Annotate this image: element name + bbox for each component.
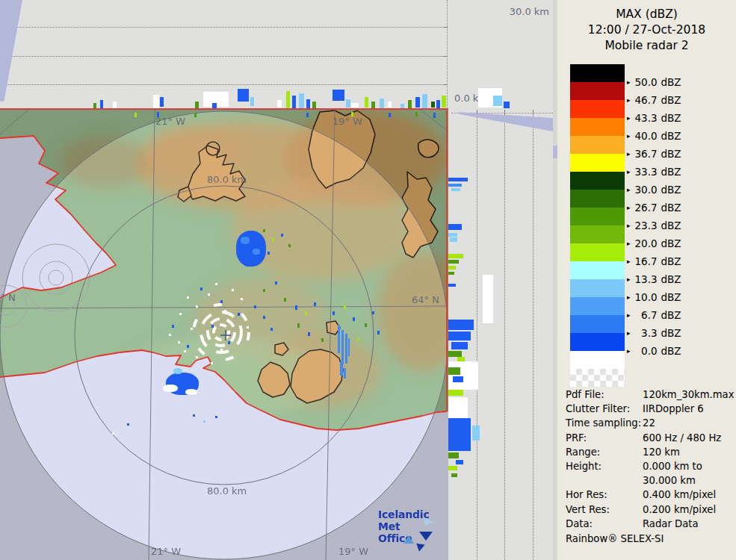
panel-divider [553, 0, 557, 560]
legend-entry: ▸36.7dBZ [627, 147, 681, 161]
legend-entry: ▸23.3dBZ [627, 219, 681, 232]
radar-echo [408, 100, 412, 108]
geo-label: 21° W [151, 546, 181, 557]
legend-entry: ▸13.3dBZ [627, 273, 681, 286]
metadata-value: 0.200 km/pixel [643, 503, 735, 517]
radar-echo [493, 96, 502, 106]
radar-echo [93, 103, 96, 108]
legend-band [570, 82, 625, 100]
legend-band [570, 190, 625, 208]
top-strip-echoes [0, 0, 553, 110]
map-labels: 21° W19° W80.0 km64° N64° N80.0 km21° W1… [0, 110, 448, 560]
radar-echo [448, 320, 474, 330]
legend-band [570, 64, 625, 82]
radar-echo [448, 178, 468, 181]
radar-echo [483, 275, 493, 323]
radar-echo [401, 104, 404, 108]
legend-entry: ▸6.7dBZ [627, 308, 681, 322]
radar-echo [380, 99, 384, 108]
radar-echo [448, 332, 471, 340]
radar-echo [333, 90, 344, 101]
radar-name: Mobile radar 2 [557, 38, 736, 54]
radar-echo [160, 97, 164, 107]
metadata-label: Vert Res: [566, 503, 643, 517]
radar-echo [351, 103, 359, 108]
radar-echo [456, 460, 463, 464]
legend-band [570, 261, 625, 279]
radar-echo [312, 102, 316, 108]
legend-swatches [570, 64, 625, 387]
metadata-label: Time sampling: [566, 416, 643, 430]
legend-entry: ▸26.7dBZ [627, 201, 681, 214]
legend-band [570, 351, 625, 369]
radar-echo [195, 102, 199, 108]
legend-band [570, 315, 625, 333]
radar-echo [448, 452, 459, 458]
metadata-value: 22 [643, 416, 735, 430]
radar-echo [448, 351, 462, 357]
radar-echo [415, 97, 420, 108]
software-brand-label: Rainbow® SELEX-SI [566, 533, 664, 544]
legend-entry: ▸10.0dBZ [627, 290, 681, 304]
geo-label: 80.0 km [207, 485, 247, 497]
legend-entry: ▸16.7dBZ [627, 255, 681, 268]
radar-echo [431, 102, 435, 108]
radar-echo [448, 397, 468, 420]
legend-band [570, 369, 625, 387]
radar-echo [113, 102, 117, 108]
radar-echo [448, 390, 463, 396]
radar-echo [448, 254, 463, 258]
radar-echo [451, 342, 468, 349]
geo-label: 21° W [155, 116, 185, 127]
legend-entry: ▸43.3dBZ [627, 111, 681, 125]
radar-echo [448, 260, 459, 264]
legend-band [570, 279, 625, 297]
radar-map: 21° W19° W80.0 km64° N64° N80.0 km21° W1… [0, 110, 448, 560]
legend-entry: ▸30.0dBZ [627, 183, 681, 196]
legend-entry: ▸46.7dBZ [627, 93, 681, 107]
radar-echo [277, 100, 282, 108]
radar-echo [448, 266, 456, 270]
radar-echo [292, 96, 296, 108]
metadata-grid: Pdf File:120km_30km.maxClutter Filter:II… [566, 388, 735, 531]
radar-echo [453, 376, 463, 382]
geo-label: 64° N [412, 294, 439, 305]
metadata-label: Pdf File: [566, 388, 643, 402]
radar-echo [472, 426, 480, 441]
legend-band [570, 208, 625, 225]
radar-echo [450, 237, 457, 242]
radar-echo [422, 94, 427, 108]
metadata-value: 120km_30km.max [643, 388, 735, 402]
radar-echo [451, 188, 460, 191]
radar-echo [286, 91, 290, 108]
legend-band [570, 136, 625, 154]
legend-band [570, 100, 625, 118]
panel-divider-handle[interactable] [553, 146, 557, 158]
radar-echo [448, 418, 471, 451]
radar-echo [371, 102, 375, 108]
radar-echo [448, 233, 457, 237]
product-name: MAX (dBZ) [557, 7, 736, 22]
metadata-label: Clutter Filter: [566, 402, 643, 416]
metadata-label [566, 473, 643, 488]
legend-entry: ▸40.0dBZ [627, 129, 681, 143]
radar-echo [442, 96, 446, 108]
legend-entry: ▸33.3dBZ [627, 165, 681, 178]
product-timestamp: 12:00 / 27-Oct-2018 [557, 22, 736, 38]
radar-echo [504, 102, 510, 108]
radar-echo [299, 93, 304, 108]
radar-echo [451, 473, 457, 477]
legend-band [570, 297, 625, 315]
radar-echo [365, 97, 368, 108]
metadata-value: 120 km [643, 445, 735, 459]
metadata-label: PRF: [566, 431, 643, 445]
legend-entry: ▸50.0dBZ [627, 75, 681, 89]
legend-labels: ▸50.0dBZ▸46.7dBZ▸43.3dBZ▸40.0dBZ▸36.7dBZ… [627, 64, 724, 393]
metadata-value: 600 Hz / 480 Hz [643, 431, 735, 445]
radar-echo [448, 361, 478, 390]
metadata-label: Height: [566, 459, 643, 473]
metadata-label: Hor Res: [566, 488, 643, 502]
metadata-value: 30.000 km [643, 473, 735, 488]
radar-echo [448, 272, 454, 275]
icelandic-met-office-logo: Icelandic Met Office [378, 508, 448, 553]
